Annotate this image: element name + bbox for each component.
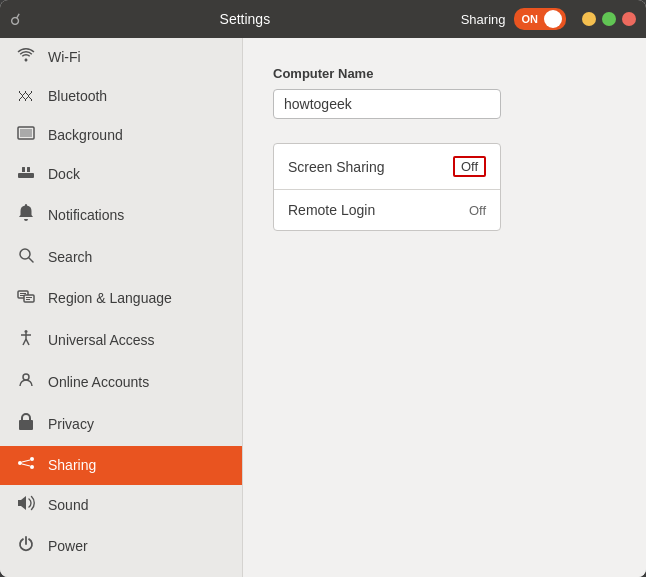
titlebar: ☌ Settings Sharing ON — [0, 0, 646, 38]
sidebar-item-online-accounts-label: Online Accounts — [48, 374, 149, 390]
sharing-icon — [16, 456, 36, 474]
computer-name-input[interactable] — [273, 89, 501, 119]
maximize-button[interactable] — [602, 12, 616, 26]
sharing-label: Sharing — [461, 12, 506, 27]
svg-rect-2 — [18, 173, 34, 178]
computer-name-label: Computer Name — [273, 66, 616, 81]
svg-line-17 — [26, 339, 29, 345]
window-controls — [582, 12, 636, 26]
sidebar-item-wifi-label: Wi-Fi — [48, 49, 81, 65]
settings-window: ☌ Settings Sharing ON Wi-Fi — [0, 0, 646, 577]
window-title: Settings — [29, 11, 461, 27]
toggle-on-label: ON — [518, 13, 543, 25]
notifications-icon — [16, 204, 36, 226]
region-language-icon — [16, 288, 36, 308]
sidebar-item-sound-label: Sound — [48, 497, 88, 513]
sidebar-item-power[interactable]: Power — [0, 526, 242, 567]
sidebar-item-sharing[interactable]: Sharing — [0, 446, 242, 485]
universal-access-icon — [16, 329, 36, 351]
dock-icon — [16, 165, 36, 183]
remote-login-status: Off — [469, 203, 486, 218]
svg-point-18 — [23, 374, 29, 380]
sidebar-item-bluetooth[interactable]: ⯵ Bluetooth — [0, 77, 242, 116]
sidebar-item-privacy-label: Privacy — [48, 416, 94, 432]
sidebar: Wi-Fi ⯵ Bluetooth Background Dock — [0, 38, 243, 577]
screen-sharing-item[interactable]: Screen Sharing Off — [274, 144, 500, 190]
sidebar-item-power-label: Power — [48, 538, 88, 554]
sidebar-item-dock[interactable]: Dock — [0, 155, 242, 194]
screen-sharing-status: Off — [453, 156, 486, 177]
svg-rect-10 — [24, 295, 34, 302]
svg-point-19 — [18, 461, 22, 465]
svg-line-22 — [22, 460, 30, 462]
sidebar-item-bluetooth-label: Bluetooth — [48, 88, 107, 104]
titlebar-right: Sharing ON — [461, 8, 636, 30]
content-area: Computer Name Screen Sharing Off Remote … — [243, 38, 646, 577]
sidebar-item-universal-access[interactable]: Universal Access — [0, 319, 242, 362]
sharing-toggle[interactable]: ON — [514, 8, 567, 30]
svg-rect-1 — [20, 129, 32, 137]
svg-rect-4 — [27, 167, 30, 172]
search-icon[interactable]: ☌ — [10, 10, 21, 29]
svg-line-16 — [23, 339, 26, 345]
main-layout: Wi-Fi ⯵ Bluetooth Background Dock — [0, 38, 646, 577]
sidebar-item-dock-label: Dock — [48, 166, 80, 182]
sidebar-item-notifications[interactable]: Notifications — [0, 194, 242, 237]
privacy-icon — [16, 413, 36, 435]
svg-line-6 — [29, 258, 33, 262]
background-icon — [16, 126, 36, 144]
sound-icon — [16, 495, 36, 515]
minimize-button[interactable] — [582, 12, 596, 26]
remote-login-label: Remote Login — [288, 202, 375, 218]
svg-rect-3 — [22, 167, 25, 172]
sidebar-item-online-accounts[interactable]: Online Accounts — [0, 362, 242, 403]
svg-line-23 — [22, 464, 30, 466]
search-icon — [16, 247, 36, 267]
sidebar-item-sharing-label: Sharing — [48, 457, 96, 473]
sidebar-item-search[interactable]: Search — [0, 237, 242, 278]
svg-point-13 — [25, 330, 28, 333]
sidebar-item-sound[interactable]: Sound — [0, 485, 242, 526]
screen-sharing-label: Screen Sharing — [288, 159, 385, 175]
sidebar-item-region-language[interactable]: Region & Language — [0, 278, 242, 319]
remote-login-item[interactable]: Remote Login Off — [274, 190, 500, 230]
sidebar-item-region-language-label: Region & Language — [48, 290, 172, 306]
sidebar-item-search-label: Search — [48, 249, 92, 265]
toggle-thumb — [544, 10, 562, 28]
computer-name-section: Computer Name — [273, 66, 616, 119]
close-button[interactable] — [622, 12, 636, 26]
bluetooth-icon: ⯵ — [16, 87, 36, 105]
sidebar-item-background[interactable]: Background — [0, 116, 242, 155]
wifi-icon — [16, 48, 36, 66]
sidebar-item-wifi[interactable]: Wi-Fi — [0, 38, 242, 77]
sidebar-item-notifications-label: Notifications — [48, 207, 124, 223]
svg-point-21 — [30, 465, 34, 469]
power-icon — [16, 536, 36, 556]
svg-point-20 — [30, 457, 34, 461]
sidebar-item-privacy[interactable]: Privacy — [0, 403, 242, 446]
sidebar-item-universal-access-label: Universal Access — [48, 332, 155, 348]
sharing-list: Screen Sharing Off Remote Login Off — [273, 143, 501, 231]
online-accounts-icon — [16, 372, 36, 392]
sidebar-item-background-label: Background — [48, 127, 123, 143]
